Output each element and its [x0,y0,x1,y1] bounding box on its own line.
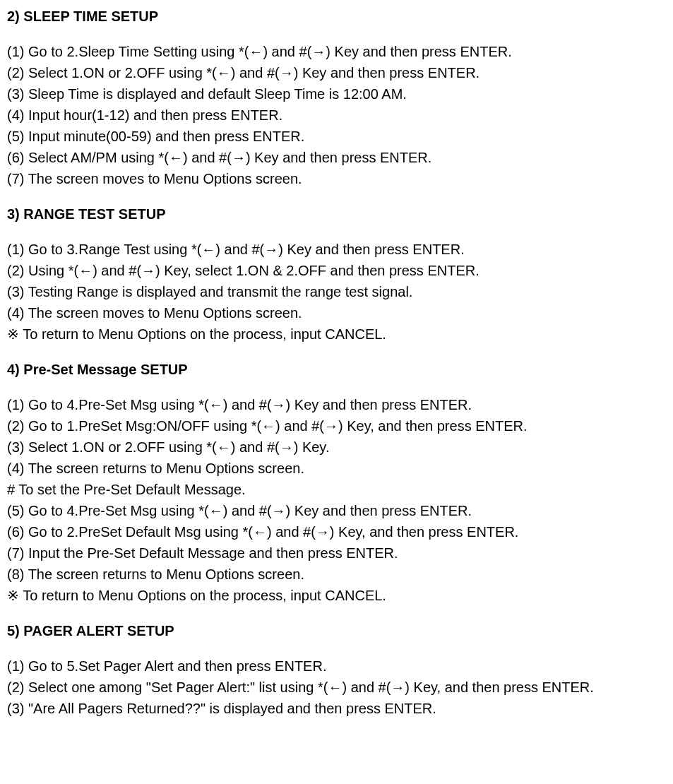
instruction-line: ※ To return to Menu Options on the proce… [7,323,666,345]
document-body: 2) SLEEP TIME SETUP (1) Go to 2.Sleep Ti… [7,6,666,719]
instruction-line: (6) Select AM/PM using *(←) and #(→) Key… [7,147,666,168]
section-block-range-test: (1) Go to 3.Range Test using *(←) and #(… [7,239,666,345]
instruction-line: ※ To return to Menu Options on the proce… [7,585,666,606]
instruction-line: (3) "Are All Pagers Returned??" is displ… [7,698,666,719]
instruction-line: (1) Go to 2.Sleep Time Setting using *(←… [7,41,666,62]
section-block-sleep-time: (1) Go to 2.Sleep Time Setting using *(←… [7,41,666,189]
instruction-line: (5) Input minute(00-59) and then press E… [7,126,666,147]
instruction-line: (4) The screen moves to Menu Options scr… [7,302,666,323]
instruction-line: (1) Go to 4.Pre-Set Msg using *(←) and #… [7,394,666,415]
instruction-line: (8) The screen returns to Menu Options s… [7,564,666,585]
instruction-line: (3) Select 1.ON or 2.OFF using *(←) and … [7,436,666,458]
instruction-line: (2) Select 1.ON or 2.OFF using *(←) and … [7,62,666,83]
section-heading-sleep-time: 2) SLEEP TIME SETUP [7,6,666,27]
instruction-line: (7) Input the Pre-Set Default Message an… [7,542,666,564]
section-heading-pager-alert: 5) PAGER ALERT SETUP [7,620,666,641]
instruction-line: (7) The screen moves to Menu Options scr… [7,168,666,189]
instruction-line: (1) Go to 3.Range Test using *(←) and #(… [7,239,666,260]
instruction-line: (2) Select one among "Set Pager Alert:" … [7,677,666,698]
instruction-line: (5) Go to 4.Pre-Set Msg using *(←) and #… [7,500,666,521]
instruction-line: (2) Using *(←) and #(→) Key, select 1.ON… [7,260,666,281]
instruction-line: (1) Go to 5.Set Pager Alert and then pre… [7,655,666,677]
instruction-line: (2) Go to 1.PreSet Msg:ON/OFF using *(←)… [7,415,666,436]
section-heading-preset-msg: 4) Pre-Set Message SETUP [7,359,666,380]
instruction-line: (4) Input hour(1-12) and then press ENTE… [7,105,666,126]
instruction-line: (3) Sleep Time is displayed and default … [7,83,666,105]
instruction-line: (6) Go to 2.PreSet Default Msg using *(←… [7,521,666,542]
section-block-pager-alert: (1) Go to 5.Set Pager Alert and then pre… [7,655,666,719]
instruction-line: (4) The screen returns to Menu Options s… [7,458,666,479]
section-heading-range-test: 3) RANGE TEST SETUP [7,203,666,225]
instruction-line: # To set the Pre-Set Default Message. [7,479,666,500]
instruction-line: (3) Testing Range is displayed and trans… [7,281,666,302]
section-block-preset-msg: (1) Go to 4.Pre-Set Msg using *(←) and #… [7,394,666,606]
